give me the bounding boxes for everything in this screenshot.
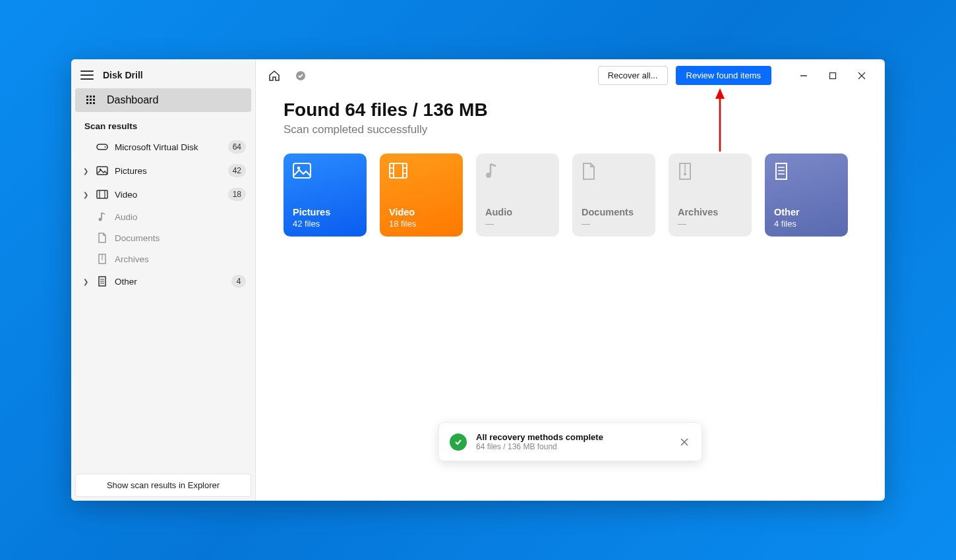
- svg-rect-37: [684, 173, 686, 175]
- svg-rect-4: [90, 99, 92, 101]
- svg-rect-8: [93, 102, 95, 104]
- sidebar-item-label: Microsoft Virtual Disk: [115, 142, 222, 152]
- sidebar-item-audio[interactable]: Audio: [71, 206, 255, 227]
- svg-point-27: [297, 167, 300, 169]
- file-icon: [774, 163, 839, 184]
- window-minimize-button[interactable]: [790, 67, 818, 85]
- sidebar: Disk Drill Dashboard Scan results Micros…: [71, 59, 256, 501]
- window-close-button[interactable]: [848, 67, 876, 85]
- svg-rect-0: [86, 96, 88, 98]
- toast-notification: All recovery methods complete 64 files /…: [438, 422, 702, 461]
- sidebar-item-documents[interactable]: Documents: [71, 227, 255, 248]
- sidebar-item-label: Dashboard: [107, 94, 158, 106]
- toast-title: All recovery methods complete: [476, 432, 669, 442]
- show-in-explorer-button[interactable]: Show scan results in Explorer: [75, 474, 251, 497]
- picture-icon: [293, 163, 357, 184]
- svg-rect-1: [90, 96, 92, 98]
- svg-rect-5: [93, 99, 95, 101]
- picture-icon: [96, 166, 108, 175]
- document-icon: [96, 233, 108, 243]
- svg-point-10: [105, 146, 106, 148]
- svg-rect-9: [97, 144, 107, 150]
- page-subtitle: Scan completed successfully: [284, 123, 857, 136]
- card-title: Archives: [678, 207, 742, 217]
- card-subtitle: —: [582, 219, 646, 229]
- hamburger-menu-icon[interactable]: [80, 70, 94, 80]
- card-documents[interactable]: Documents —: [572, 154, 655, 237]
- svg-rect-26: [293, 163, 311, 178]
- category-cards: Pictures 42 files Video 18 files Audio —: [284, 154, 857, 237]
- sidebar-item-label: Archives: [115, 254, 246, 264]
- sidebar-item-dashboard[interactable]: Dashboard: [75, 88, 251, 112]
- card-title: Pictures: [293, 207, 357, 217]
- music-note-icon: [96, 211, 108, 222]
- sidebar-item-disk[interactable]: Microsoft Virtual Disk 64: [71, 135, 255, 159]
- svg-rect-13: [97, 190, 107, 198]
- archive-icon: [678, 163, 742, 184]
- card-title: Documents: [582, 207, 646, 217]
- card-title: Other: [774, 207, 839, 217]
- svg-point-35: [486, 173, 491, 178]
- sidebar-item-video[interactable]: ❯ Video 18: [71, 182, 255, 206]
- archive-icon: [96, 254, 108, 264]
- status-check-icon: [291, 67, 310, 85]
- svg-rect-3: [86, 99, 88, 101]
- disk-icon: [96, 142, 108, 152]
- check-circle-icon: [450, 434, 467, 451]
- card-video[interactable]: Video 18 files: [380, 154, 463, 237]
- card-subtitle: —: [485, 219, 550, 229]
- toolbar: Recover all... Review found items: [256, 59, 885, 92]
- sidebar-item-label: Other: [115, 277, 225, 287]
- card-subtitle: 42 files: [293, 219, 357, 229]
- sidebar-heading-scan-results: Scan results: [71, 112, 255, 135]
- sidebar-item-label: Documents: [115, 233, 246, 243]
- card-subtitle: 4 files: [774, 219, 839, 229]
- sidebar-item-label: Pictures: [115, 166, 222, 176]
- card-title: Video: [389, 207, 454, 217]
- svg-rect-6: [86, 102, 88, 104]
- count-badge: 18: [228, 188, 246, 201]
- card-audio[interactable]: Audio —: [476, 154, 559, 237]
- svg-point-16: [99, 218, 102, 221]
- video-icon: [96, 190, 108, 199]
- video-icon: [389, 163, 454, 184]
- sidebar-tree: Microsoft Virtual Disk 64 ❯ Pictures 42 …: [71, 135, 255, 470]
- chevron-right-icon: ❯: [83, 278, 90, 285]
- page-title: Found 64 files / 136 MB: [284, 99, 857, 121]
- svg-rect-2: [93, 96, 95, 98]
- svg-rect-28: [390, 163, 407, 178]
- toast-close-button[interactable]: [678, 435, 691, 449]
- count-badge: 42: [228, 164, 246, 177]
- sidebar-item-archives[interactable]: Archives: [71, 248, 255, 269]
- count-badge: 64: [228, 140, 246, 154]
- sidebar-item-pictures[interactable]: ❯ Pictures 42: [71, 159, 255, 182]
- chevron-right-icon: ❯: [83, 191, 90, 198]
- chevron-right-icon: ❯: [83, 167, 90, 175]
- home-button[interactable]: [265, 67, 284, 85]
- app-title: Disk Drill: [103, 70, 143, 80]
- recover-all-button[interactable]: Recover all...: [598, 66, 668, 85]
- card-subtitle: 18 files: [389, 219, 454, 229]
- card-title: Audio: [485, 207, 550, 217]
- svg-rect-7: [90, 102, 92, 104]
- toast-subtitle: 64 files / 136 MB found: [476, 442, 669, 451]
- grid-icon: [84, 95, 98, 105]
- document-icon: [582, 163, 646, 184]
- main-panel: Recover all... Review found items Found …: [256, 59, 885, 501]
- app-window: Disk Drill Dashboard Scan results Micros…: [71, 59, 885, 501]
- count-badge: 4: [231, 275, 246, 288]
- svg-rect-23: [830, 72, 836, 78]
- card-pictures[interactable]: Pictures 42 files: [284, 154, 367, 237]
- sidebar-item-label: Audio: [115, 212, 246, 222]
- card-archives[interactable]: Archives —: [669, 154, 752, 237]
- card-subtitle: —: [678, 219, 742, 229]
- sidebar-item-other[interactable]: ❯ Other 4: [71, 269, 255, 293]
- review-found-items-button[interactable]: Review found items: [676, 66, 771, 85]
- file-icon: [96, 276, 108, 287]
- sidebar-item-label: Video: [115, 190, 222, 200]
- card-other[interactable]: Other 4 files: [765, 154, 848, 237]
- window-maximize-button[interactable]: [819, 67, 847, 85]
- music-note-icon: [485, 163, 550, 184]
